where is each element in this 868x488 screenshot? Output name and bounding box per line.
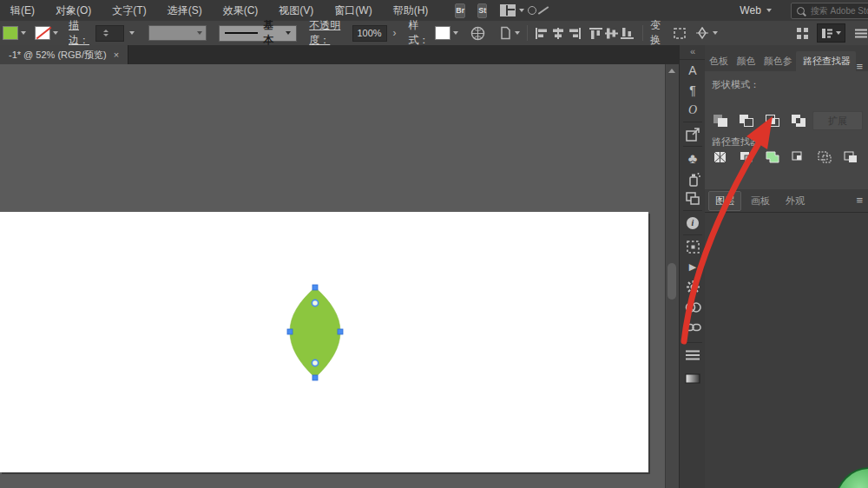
divide-button[interactable] — [712, 149, 729, 165]
bounding-box-icon[interactable] — [673, 25, 687, 41]
right-panel-group: 色板 颜色 颜色参 路径查找器 ≡ 形状模式： — [705, 45, 868, 488]
layers-list-icon[interactable] — [681, 345, 704, 365]
stroke-profile-dropdown[interactable] — [148, 25, 207, 41]
divider — [642, 25, 643, 41]
divider — [527, 25, 528, 41]
align-right-icon[interactable] — [566, 25, 582, 41]
transform-button[interactable]: 变换 — [650, 18, 666, 48]
panel-menu-icon[interactable]: ≡ — [856, 63, 863, 71]
scrollbar-thumb[interactable] — [667, 263, 676, 300]
symbols-panel-icon[interactable]: ♣ — [681, 148, 704, 168]
align-panel-icon[interactable] — [681, 237, 704, 257]
style-swatch — [435, 26, 450, 40]
pathfinder-buttons — [712, 149, 859, 165]
workspace-switcher[interactable]: Web — [740, 4, 771, 16]
brush-definition-dropdown[interactable]: 基本 — [219, 25, 297, 42]
corner-widget-bottom[interactable] — [312, 359, 318, 366]
brush-stroke-preview — [225, 32, 258, 34]
outline-button[interactable] — [816, 149, 833, 165]
anchor-bottom[interactable] — [312, 375, 318, 380]
divider — [683, 234, 702, 235]
style-dropdown[interactable] — [435, 26, 458, 40]
pathfinder-label: 路径查找器： — [712, 135, 769, 148]
actions-panel-icon[interactable]: ▶ — [681, 257, 704, 277]
opentype-panel-icon[interactable]: O — [681, 100, 704, 120]
menu-select[interactable]: 选择(S) — [157, 0, 213, 21]
layers-panel-body — [705, 213, 868, 488]
divider — [683, 122, 702, 122]
export-panel-icon[interactable] — [681, 124, 704, 144]
bridge-button[interactable]: Br — [455, 3, 465, 18]
align-vcenter-icon[interactable] — [604, 25, 620, 41]
brush-name: 基本 — [263, 18, 280, 48]
tab-color-guide[interactable]: 颜色参 — [760, 51, 796, 71]
tab-swatches[interactable]: 色板 — [705, 51, 732, 71]
minus-back-button[interactable] — [842, 149, 859, 165]
trim-button[interactable] — [738, 149, 755, 165]
artboards-panel-icon[interactable] — [681, 188, 704, 208]
align-bottom-icon[interactable] — [620, 25, 635, 41]
document-setup-button[interactable] — [499, 26, 520, 40]
tab-layers[interactable]: 图层 — [708, 191, 741, 211]
anchor-top[interactable] — [312, 285, 318, 290]
control-bar-menu-icon[interactable] — [854, 25, 868, 41]
menu-edit[interactable]: 辑(E) — [0, 0, 45, 21]
panel-dock: « A ¶ O ♣ i ▶ — [679, 45, 707, 488]
symbol-sprayer-panel-icon[interactable] — [681, 168, 704, 188]
arrange-documents-button[interactable] — [500, 4, 524, 16]
recolor-artwork-icon[interactable] — [470, 26, 485, 41]
fill-color-dropdown[interactable] — [3, 26, 26, 40]
panel-tab-row: 色板 颜色 颜色参 路径查找器 ≡ — [705, 50, 868, 71]
menu-type[interactable]: 文字(T) — [102, 0, 156, 21]
intersect-button[interactable] — [764, 113, 781, 129]
cc-libraries-panel-icon[interactable] — [681, 297, 704, 317]
layers-menu-icon[interactable]: ≡ — [856, 196, 863, 205]
close-document-icon[interactable]: × — [114, 49, 119, 60]
paragraph-panel-icon[interactable]: ¶ — [681, 80, 704, 100]
anchor-left[interactable] — [287, 329, 293, 334]
unite-button[interactable] — [712, 113, 729, 129]
tab-artboards[interactable]: 画板 — [745, 192, 776, 210]
document-title: -1* @ 52% (RGB/预览) — [9, 49, 107, 62]
opacity-label[interactable]: 不透明度： — [309, 18, 348, 48]
tab-appearance[interactable]: 外观 — [779, 192, 811, 210]
stock-search[interactable] — [791, 3, 868, 19]
document-tab-bar: -1* @ 52% (RGB/预览) × — [0, 45, 679, 64]
gradient-panel-icon[interactable] — [681, 368, 704, 388]
exclude-button[interactable] — [790, 113, 807, 129]
stroke-color-dropdown[interactable] — [35, 26, 58, 40]
character-panel-icon[interactable]: A — [681, 60, 704, 80]
collapse-dock-icon[interactable]: « — [680, 45, 706, 60]
info-panel-icon[interactable]: i — [681, 213, 704, 233]
touch-workspace-icon[interactable] — [796, 25, 810, 41]
vertical-scrollbar[interactable] — [665, 64, 679, 488]
links-panel-icon[interactable] — [681, 317, 704, 337]
tab-color[interactable]: 颜色 — [732, 51, 759, 71]
stock-button[interactable]: St — [477, 3, 487, 18]
scroll-up-icon[interactable] — [668, 69, 675, 73]
document-tab[interactable]: -1* @ 52% (RGB/预览) × — [0, 45, 128, 64]
search-input[interactable] — [809, 5, 868, 16]
minus-front-button[interactable] — [738, 113, 755, 129]
anchor-right[interactable] — [338, 329, 343, 334]
panel-dock-toggle[interactable] — [817, 23, 845, 43]
tab-pathfinder[interactable]: 路径查找器 — [796, 51, 857, 71]
align-center-icon[interactable] — [550, 25, 566, 41]
shape-options-button[interactable] — [694, 27, 718, 40]
merge-button[interactable] — [764, 149, 781, 165]
align-top-icon[interactable] — [589, 25, 604, 41]
canvas-area[interactable] — [0, 64, 665, 488]
opacity-input[interactable] — [352, 25, 387, 42]
expand-button[interactable]: 扩展 — [812, 111, 863, 130]
corner-widget-top[interactable] — [312, 300, 318, 306]
align-left-icon[interactable] — [535, 25, 550, 41]
divider — [683, 342, 702, 343]
stroke-weight-dropdown[interactable] — [129, 31, 135, 35]
leaf-shape-selection — [285, 281, 349, 386]
stroke-weight-stepper[interactable] — [95, 25, 124, 42]
graphic-styles-panel-icon[interactable] — [681, 277, 704, 297]
opacity-more-button[interactable]: › — [392, 27, 396, 39]
crop-button[interactable] — [790, 149, 807, 165]
menu-effect[interactable]: 效果(C) — [213, 0, 269, 21]
stroke-weight-label[interactable]: 描边： — [69, 18, 92, 48]
